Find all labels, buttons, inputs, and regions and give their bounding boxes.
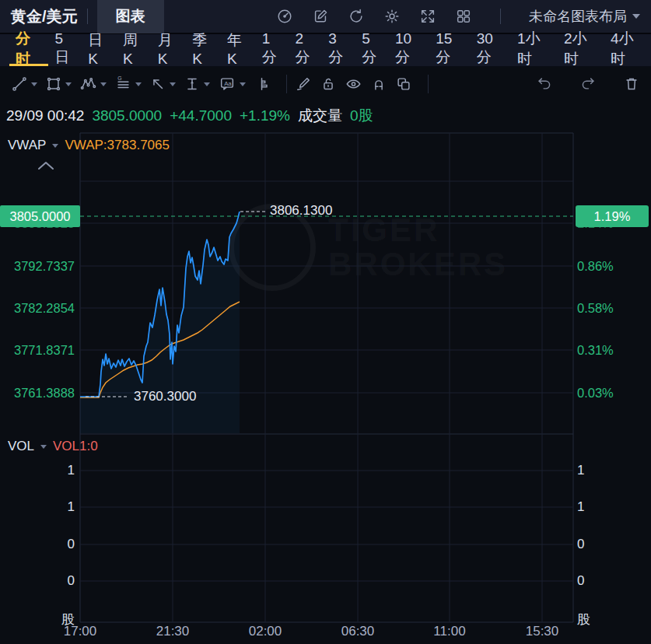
pct-axis-label: 0.58% bbox=[577, 300, 649, 316]
session-low-label: 3760.3000 bbox=[134, 389, 196, 404]
time-axis-label: 21:30 bbox=[156, 624, 190, 639]
vol-indicator-legend[interactable]: VOL VOL1:0 bbox=[8, 439, 98, 454]
pct-axis-label: 0.31% bbox=[577, 342, 649, 358]
volume-axis-label: 0 bbox=[577, 537, 624, 552]
vwap-indicator-legend[interactable]: VWAP VWAP:3783.7065 bbox=[8, 138, 170, 153]
chevron-down-icon bbox=[40, 445, 47, 449]
price-axis-label: 3792.7337 bbox=[0, 258, 75, 274]
price-axis-label: 3771.8371 bbox=[0, 342, 75, 358]
tiger-trading-chart: 黄金/美元 图表 未命名图表布局 bbox=[0, 0, 651, 644]
volume-axis-label: 1 bbox=[0, 499, 75, 515]
time-axis-label: 15:30 bbox=[526, 624, 559, 639]
time-axis-label: 06:30 bbox=[341, 624, 375, 639]
volume-axis-label: 0 bbox=[0, 537, 75, 552]
volume-axis-label: 1 bbox=[0, 463, 75, 478]
volume-unit-label: 股 bbox=[577, 612, 624, 628]
session-high-label: 3806.1300 bbox=[270, 203, 332, 219]
volume-axis-label: 1 bbox=[577, 463, 624, 478]
pct-axis-label: 0.03% bbox=[577, 385, 649, 401]
time-axis-label: 02:00 bbox=[249, 624, 282, 639]
chart-plot-area[interactable] bbox=[0, 0, 651, 644]
vol-indicator-name: VOL bbox=[8, 439, 34, 454]
price-axis-label: 3782.2854 bbox=[0, 300, 75, 316]
vwap-indicator-name: VWAP bbox=[8, 138, 46, 153]
volume-axis-label: 0 bbox=[577, 573, 624, 589]
pct-axis-label: 0.86% bbox=[577, 258, 649, 274]
volume-axis-label: 1 bbox=[577, 499, 624, 515]
time-axis-label: 11:00 bbox=[433, 624, 465, 639]
current-pct-badge: 1.19% bbox=[576, 205, 649, 227]
vwap-indicator-value: VWAP:3783.7065 bbox=[65, 138, 170, 153]
vol-indicator-value: VOL1:0 bbox=[53, 439, 98, 454]
price-axis-label: 3761.3888 bbox=[0, 385, 75, 401]
chevron-down-icon bbox=[52, 144, 58, 148]
current-price-badge: 3805.0000 bbox=[0, 205, 80, 227]
time-axis-label: 17:00 bbox=[64, 624, 97, 639]
collapse-pane-chevron-icon[interactable] bbox=[36, 160, 56, 171]
volume-axis-label: 0 bbox=[0, 573, 75, 589]
